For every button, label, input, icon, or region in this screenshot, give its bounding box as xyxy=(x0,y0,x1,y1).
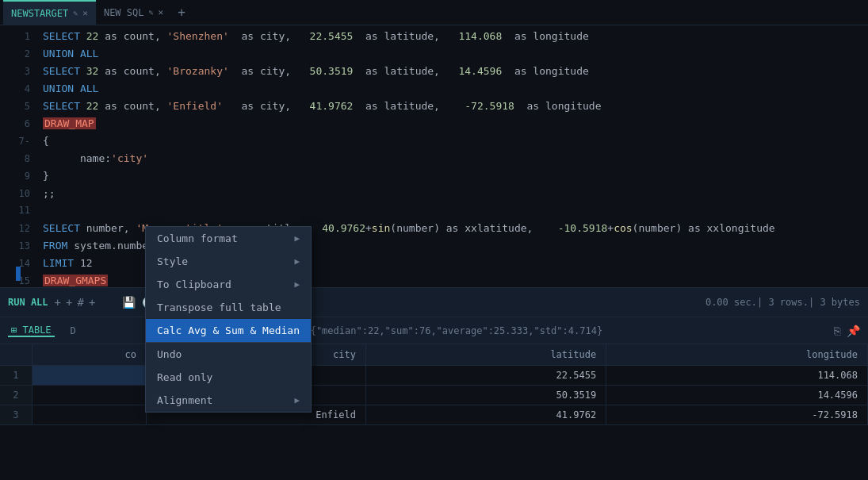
line-6: 6 DRAW_MAP xyxy=(0,117,868,135)
tab-newstarget-label: NEWSTARGET xyxy=(11,8,68,19)
table-header-row: co city latitude longitude xyxy=(0,344,868,366)
menu-item-to-clipboard[interactable]: To Clipboard ▶ xyxy=(146,273,311,296)
menu-item-undo[interactable]: Undo xyxy=(146,343,311,366)
menu-clipboard-label: To Clipboard xyxy=(157,278,231,290)
tab-newstarget[interactable]: NEWSTARGET ✎ ✕ xyxy=(3,0,96,25)
menu-read-only-label: Read only xyxy=(157,371,212,383)
menu-calc-avg-label: Calc Avg & Sum & Median xyxy=(157,324,300,336)
line-4: 4 UNION ALL xyxy=(0,83,868,100)
submenu-arrow-alignment: ▶ xyxy=(294,395,300,405)
query-stats: 0.00 sec.| 3 rows.| 3 bytes xyxy=(705,297,860,308)
tab-newsql[interactable]: NEW SQL ✎ ✕ xyxy=(96,0,171,25)
data-table: co city latitude longitude 1 22.5455 114… xyxy=(0,344,868,425)
submenu-arrow-clipboard: ▶ xyxy=(294,279,300,290)
tab-newsql-label: NEW SQL xyxy=(104,7,144,18)
left-indicator xyxy=(16,267,21,281)
menu-column-format-label: Column format xyxy=(157,232,238,244)
results-tab-table-label: TABLE xyxy=(22,324,51,336)
editor-content: 1 SELECT 22 as count, 'Shenzhen' as city… xyxy=(0,25,868,287)
line-13: 13 FROM system.numbers xyxy=(0,240,868,257)
results-actions: ⎘ 📌 xyxy=(834,324,860,337)
add-icon[interactable]: + xyxy=(55,296,61,309)
menu-alignment-label: Alignment xyxy=(157,394,212,406)
col-header-co[interactable]: co xyxy=(32,344,147,366)
table-row: 2 50.3519 14.4596 xyxy=(0,386,868,405)
results-tab-d[interactable]: D xyxy=(67,325,79,336)
line-3: 3 SELECT 32 as count, 'Brozanky' as city… xyxy=(0,65,868,83)
context-menu: Column format ▶ Style ▶ To Clipboard ▶ T… xyxy=(145,226,312,413)
cell-co-1[interactable] xyxy=(32,366,147,386)
pin-icon[interactable]: 📌 xyxy=(847,324,860,337)
tab-newsql-close[interactable]: ✕ xyxy=(159,7,164,17)
toolbar: RUN ALL + + # + 💾 🕐 USE ads ▼ 0.00 sec.|… xyxy=(0,287,868,317)
menu-style-label: Style xyxy=(157,255,188,267)
line-14: 14 LIMIT 12 xyxy=(0,257,868,275)
cell-longitude-2[interactable]: 14.4596 xyxy=(606,386,868,405)
menu-undo-label: Undo xyxy=(157,348,182,360)
toolbar-icons: + + # + xyxy=(55,296,96,309)
col-header-longitude[interactable]: longitude xyxy=(606,344,868,366)
line-1: 1 SELECT 22 as count, 'Shenzhen' as city… xyxy=(0,30,868,48)
results-tab-table[interactable]: ⊞ TABLE xyxy=(8,324,55,337)
menu-item-calc-avg[interactable]: Calc Avg & Sum & Median xyxy=(146,319,311,342)
line-8: 8 name:'city' xyxy=(0,152,868,170)
results-tab-d-label: D xyxy=(71,325,76,336)
table-row: 1 22.5455 114.068 xyxy=(0,366,868,386)
cell-co-2[interactable] xyxy=(32,386,147,405)
submenu-arrow-style: ▶ xyxy=(294,256,300,267)
line-5: 5 SELECT 22 as count, 'Enfield' as city,… xyxy=(0,100,868,117)
menu-item-read-only[interactable]: Read only xyxy=(146,366,311,389)
hash-icon[interactable]: # xyxy=(77,296,83,309)
table-icon: ⊞ xyxy=(11,324,17,336)
line-12: 12 SELECT number, 'My row title' as myti… xyxy=(0,222,868,240)
menu-item-alignment[interactable]: Alignment ▶ xyxy=(146,389,311,412)
submenu-arrow-column-format: ▶ xyxy=(294,233,300,244)
cell-latitude-3[interactable]: 41.9762 xyxy=(365,405,606,425)
menu-item-style[interactable]: Style ▶ xyxy=(146,250,311,273)
menu-item-column-format[interactable]: Column format ▶ xyxy=(146,227,311,250)
row-num-3: 3 xyxy=(0,405,32,425)
row-num-1: 1 xyxy=(0,366,32,386)
cell-co-3[interactable] xyxy=(32,405,147,425)
data-table-container[interactable]: co city latitude longitude 1 22.5455 114… xyxy=(0,344,868,425)
row-num-2: 2 xyxy=(0,386,32,405)
col-header-row-num xyxy=(0,344,32,366)
table-row: 3 Enfield 41.9762 -72.5918 xyxy=(0,405,868,425)
col-header-latitude[interactable]: latitude xyxy=(365,344,606,366)
tab-bar: NEWSTARGET ✎ ✕ NEW SQL ✎ ✕ + xyxy=(0,0,868,25)
add-tab-button[interactable]: + xyxy=(171,5,192,20)
editor-area[interactable]: 1 SELECT 22 as count, 'Shenzhen' as city… xyxy=(0,25,868,287)
copy-icon[interactable]: ⎘ xyxy=(834,324,840,337)
line-11: 11 xyxy=(0,205,868,222)
cell-longitude-3[interactable]: -72.5918 xyxy=(606,405,868,425)
cell-longitude-1[interactable]: 114.068 xyxy=(606,366,868,386)
line-2: 2 UNION ALL xyxy=(0,48,868,65)
run-all-button[interactable]: RUN ALL xyxy=(8,297,48,308)
cell-latitude-1[interactable]: 22.5455 xyxy=(365,366,606,386)
cell-latitude-2[interactable]: 50.3519 xyxy=(365,386,606,405)
line-9: 9 } xyxy=(0,170,868,187)
tab-newstarget-close[interactable]: ✕ xyxy=(82,8,88,18)
save-icon[interactable]: 💾 xyxy=(122,296,136,309)
plus2-icon[interactable]: + xyxy=(89,296,95,309)
results-tabs-bar: ⊞ TABLE D {"median":22,"sum":76,"average… xyxy=(0,317,868,344)
menu-item-transpose[interactable]: Transpose full table xyxy=(146,296,311,319)
results-area: ⊞ TABLE D {"median":22,"sum":76,"average… xyxy=(0,317,868,425)
tab-newstarget-edit-icon[interactable]: ✎ xyxy=(73,9,78,17)
line-15: 15 DRAW_GMAPS xyxy=(0,275,868,287)
tab-newsql-edit-icon[interactable]: ✎ xyxy=(148,8,153,17)
menu-transpose-label: Transpose full table xyxy=(157,301,281,313)
plus-icon[interactable]: + xyxy=(66,296,72,309)
line-10: 10 ;; xyxy=(0,187,868,205)
line-7: 7- { xyxy=(0,135,868,152)
